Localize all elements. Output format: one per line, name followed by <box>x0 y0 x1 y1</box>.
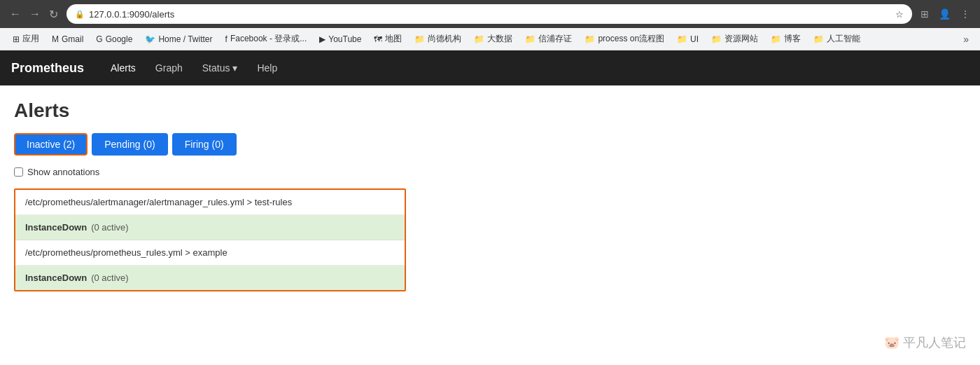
apps-label: 应用 <box>22 33 39 45</box>
bookmark-bigdata[interactable]: 📁大数据 <box>468 32 518 46</box>
youtube-label: YouTube <box>328 34 361 44</box>
nav-help[interactable]: Help <box>247 50 287 85</box>
alert-rule-count-1: (0 active) <box>91 222 128 233</box>
map-icon: 🗺 <box>374 34 382 44</box>
twitter-label: Home / Twitter <box>158 34 212 44</box>
main-content: Alerts Inactive (2) Pending (0) Firing (… <box>0 85 980 365</box>
resource-icon: 📁 <box>711 34 722 44</box>
bookmark-shande[interactable]: 📁尚德机构 <box>409 32 467 46</box>
profile-button[interactable]: 👤 <box>936 7 953 21</box>
resource-label: 资源网站 <box>724 33 758 45</box>
alert-group-1-rule-1: InstanceDown (0 active) <box>15 215 405 240</box>
nav-graph[interactable]: Graph <box>146 50 192 85</box>
bookmark-google[interactable]: GGoogle <box>90 33 138 46</box>
alert-rule-name-2[interactable]: InstanceDown <box>25 273 87 283</box>
gmail-label: Gmail <box>62 34 83 44</box>
filter-inactive-button[interactable]: Inactive (2) <box>14 133 88 156</box>
bigdata-label: 大数据 <box>487 33 512 45</box>
url-text: 127.0.0.1:9090/alerts <box>89 9 891 20</box>
browser-actions: ⊞ 👤 ⋮ <box>918 7 973 21</box>
filter-buttons: Inactive (2) Pending (0) Firing (0) <box>14 133 966 156</box>
alerts-container: /etc/prometheus/alertmanager/alertmanage… <box>14 188 406 291</box>
star-icon[interactable]: ☆ <box>895 9 904 20</box>
back-button[interactable]: ← <box>7 6 24 22</box>
process-label: process on流程图 <box>598 33 664 45</box>
youtube-icon: ▶ <box>319 34 326 44</box>
xinpu-label: 信浦存证 <box>538 33 572 45</box>
twitter-icon: 🐦 <box>145 34 155 44</box>
filter-pending-button[interactable]: Pending (0) <box>92 133 167 156</box>
facebook-label: Facebook - 登录或... <box>230 33 307 45</box>
bookmark-blog[interactable]: 📁博客 <box>765 32 806 46</box>
bookmark-xinpu[interactable]: 📁信浦存证 <box>519 32 578 46</box>
process-icon: 📁 <box>584 34 595 44</box>
bookmark-apps[interactable]: ⊞应用 <box>7 32 45 46</box>
bookmark-twitter[interactable]: 🐦Home / Twitter <box>139 33 218 46</box>
filter-firing-button[interactable]: Firing (0) <box>172 133 237 156</box>
ui-label: UI <box>690 34 699 44</box>
bookmark-map[interactable]: 🗺地图 <box>368 32 407 46</box>
blog-label: 博客 <box>784 33 801 45</box>
nav-links: Alerts Graph Status ▾ Help <box>101 50 287 85</box>
bookmark-youtube[interactable]: ▶YouTube <box>314 33 367 46</box>
reload-button[interactable]: ↻ <box>46 6 61 22</box>
browser-toolbar: ← → ↻ 🔒 127.0.0.1:9090/alerts ☆ ⊞ 👤 ⋮ <box>0 0 980 28</box>
chevron-down-icon: ▾ <box>232 62 237 74</box>
ui-icon: 📁 <box>677 34 687 44</box>
show-annotations-checkbox[interactable] <box>14 167 23 177</box>
nav-buttons: ← → ↻ <box>7 6 61 22</box>
bookmarks-more[interactable]: » <box>959 32 973 46</box>
bookmark-process[interactable]: 📁process on流程图 <box>579 32 670 46</box>
show-annotations-label[interactable]: Show annotations <box>27 167 99 177</box>
ai-label: 人工智能 <box>827 33 860 45</box>
bookmark-ui[interactable]: 📁UI <box>671 33 704 46</box>
bookmarks-bar: ⊞应用MGmailGGoogle🐦Home / TwitterfFacebook… <box>0 28 980 50</box>
bookmark-ai[interactable]: 📁人工智能 <box>808 32 866 46</box>
page-title: Alerts <box>14 99 966 122</box>
address-bar[interactable]: 🔒 127.0.0.1:9090/alerts ☆ <box>66 4 912 24</box>
apps-icon: ⊞ <box>13 34 20 44</box>
nav-status[interactable]: Status ▾ <box>192 50 248 85</box>
prometheus-nav: Prometheus Alerts Graph Status ▾ Help <box>0 50 980 85</box>
bookmark-facebook[interactable]: fFacebook - 登录或... <box>220 32 313 46</box>
xinpu-icon: 📁 <box>525 34 536 44</box>
alert-group-1: /etc/prometheus/alertmanager/alertmanage… <box>15 190 405 240</box>
alert-rule-name-1[interactable]: InstanceDown <box>25 222 87 233</box>
forward-button[interactable]: → <box>27 6 43 22</box>
bigdata-icon: 📁 <box>474 34 484 44</box>
google-icon: G <box>96 34 102 44</box>
extensions-button[interactable]: ⊞ <box>918 7 932 21</box>
alert-group-2-header: /etc/prometheus/prometheus_rules.yml > e… <box>15 240 405 266</box>
blog-icon: 📁 <box>771 34 781 44</box>
nav-alerts[interactable]: Alerts <box>101 50 146 85</box>
shande-label: 尚德机构 <box>428 33 461 45</box>
alert-group-2-rule-1: InstanceDown (0 active) <box>15 266 405 290</box>
alert-group-1-header: /etc/prometheus/alertmanager/alertmanage… <box>15 190 405 215</box>
facebook-icon: f <box>225 34 227 44</box>
annotations-row: Show annotations <box>14 167 966 177</box>
bookmark-gmail[interactable]: MGmail <box>46 33 89 46</box>
alert-group-2: /etc/prometheus/prometheus_rules.yml > e… <box>15 240 405 290</box>
shande-icon: 📁 <box>414 34 425 44</box>
browser-chrome: ← → ↻ 🔒 127.0.0.1:9090/alerts ☆ ⊞ 👤 ⋮ ⊞应… <box>0 0 980 50</box>
alert-rule-count-2: (0 active) <box>91 273 128 283</box>
gmail-icon: M <box>52 34 59 44</box>
map-label: 地图 <box>385 33 402 45</box>
ai-icon: 📁 <box>813 34 824 44</box>
bookmark-resource[interactable]: 📁资源网站 <box>706 32 764 46</box>
prometheus-brand[interactable]: Prometheus <box>11 61 84 76</box>
lock-icon: 🔒 <box>75 10 85 19</box>
menu-button[interactable]: ⋮ <box>958 7 973 21</box>
google-label: Google <box>106 34 133 44</box>
